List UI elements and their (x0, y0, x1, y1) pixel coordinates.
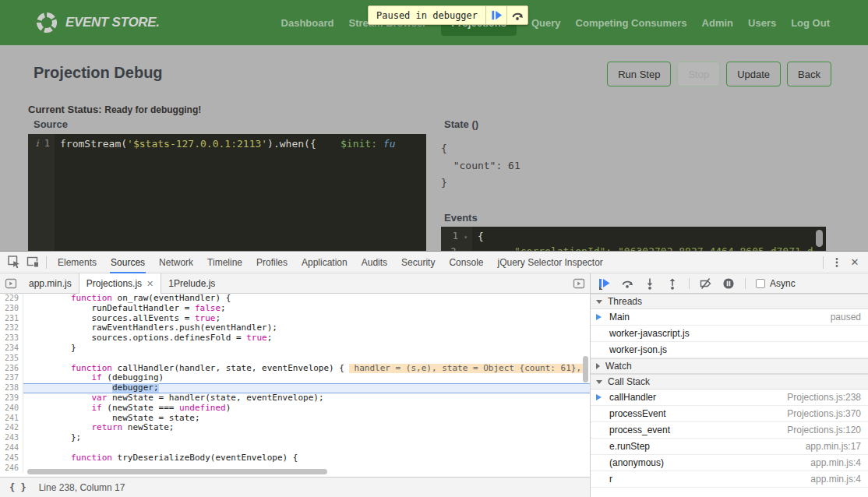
editor-statusbar: { } Line 238, Column 17 (0, 477, 590, 497)
code-line: 238 debugger; (0, 383, 590, 393)
banner-step-over-button[interactable] (506, 6, 528, 24)
line-number-gutter[interactable]: 240 (0, 404, 23, 414)
frame-location: app.min.js:4 (803, 457, 861, 468)
threads-section-header[interactable]: Threads (591, 294, 868, 309)
devtools-tab-audits[interactable]: Audits (357, 252, 392, 273)
line-number-gutter[interactable]: 231 (0, 314, 23, 324)
horizontal-scrollbar[interactable] (27, 469, 327, 474)
device-toolbar-icon[interactable] (23, 255, 42, 270)
page-action-buttons: Run StepStopUpdateBack (607, 62, 831, 86)
brand-logo[interactable]: EVENT STORE. (35, 11, 160, 34)
code-lines: 229 function on_raw(eventHandler) {230 r… (0, 294, 590, 473)
step-out-icon[interactable] (666, 277, 679, 290)
nav-item-log-out[interactable]: Log Out (791, 10, 830, 36)
events-editor[interactable]: 1 ▾ 2 { "correlationId": "06302702-8827-… (441, 227, 826, 251)
watch-section-header[interactable]: Watch (591, 358, 868, 374)
code-line: 237 if (debugging) (0, 373, 590, 383)
step-into-icon[interactable] (644, 277, 656, 290)
run-step-button[interactable]: Run Step (607, 62, 671, 86)
line-number-gutter[interactable]: 242 (0, 423, 23, 433)
nav-item-competing-consumers[interactable]: Competing Consumers (576, 10, 687, 36)
line-number-gutter[interactable]: 245 (0, 453, 23, 464)
update-button[interactable]: Update (726, 62, 781, 86)
devtools-tab-sources[interactable]: Sources (106, 252, 150, 273)
code-line-text: var newState = handler(state, eventEnvel… (23, 393, 590, 404)
line-number-gutter[interactable]: 239 (0, 393, 23, 404)
code-line-text: if (debugging) (23, 373, 590, 383)
kebab-menu-icon[interactable] (827, 255, 846, 270)
pretty-print-icon[interactable]: { } (9, 482, 26, 493)
devtools-tab-security[interactable]: Security (397, 252, 439, 273)
line-number-gutter[interactable]: 229 (0, 294, 23, 304)
show-navigator-icon[interactable] (0, 273, 22, 293)
thread-row-worker-javascript-js[interactable]: worker-javascript.js (591, 326, 868, 342)
source-editor[interactable]: i 1 fromStream('$stats-127.0.0.1:2113').… (28, 134, 426, 251)
stack-frame-process-event[interactable]: process_eventProjections.js:120 (591, 422, 868, 439)
stack-frame-callhandler[interactable]: callHandlerProjections.js:238 (591, 389, 868, 406)
line-number-gutter[interactable]: 232 (0, 323, 23, 333)
show-debugger-icon[interactable] (568, 273, 590, 293)
stack-frame-processevent[interactable]: processEventProjections.js:370 (591, 406, 868, 422)
thread-row-main[interactable]: Mainpaused (591, 309, 868, 326)
resume-script-icon[interactable] (598, 277, 611, 290)
state-label: State () (444, 118, 478, 130)
stack-frame-e-runstep[interactable]: e.runStepapp.min.js:17 (591, 439, 868, 455)
inspect-element-icon[interactable] (5, 255, 23, 270)
pause-on-exceptions-icon[interactable] (722, 277, 735, 290)
toolbar-separator (823, 256, 824, 269)
close-devtools-icon[interactable]: ✕ (846, 256, 863, 268)
code-line: 229 function on_raw(eventHandler) { (0, 294, 590, 304)
call-stack-section-header[interactable]: Call Stack (591, 374, 868, 389)
frame-function: callHandler (609, 392, 656, 403)
frame-location: app.min.js:17 (798, 441, 861, 452)
devtools-tab-console[interactable]: Console (444, 252, 488, 273)
frame-function: (anonymous) (609, 457, 664, 468)
thread-row-worker-json-js[interactable]: worker-json.js (591, 342, 868, 358)
file-tab-app-min-js[interactable]: app.min.js (22, 273, 79, 293)
stack-frame-r[interactable]: rapp.min.js:4 (591, 471, 868, 488)
line-number-gutter[interactable]: 238 (0, 383, 23, 393)
line-number-gutter[interactable]: 236 (0, 364, 23, 374)
nav-item-query[interactable]: Query (531, 10, 561, 36)
chevron-right-icon (596, 363, 600, 369)
line-number-gutter[interactable]: 233 (0, 333, 23, 344)
back-button[interactable]: Back (787, 62, 831, 86)
nav-item-users[interactable]: Users (748, 10, 776, 36)
brand-text: EVENT STORE. (65, 15, 160, 30)
call-stack-list: callHandlerProjections.js:238processEven… (591, 389, 868, 488)
vertical-scrollbar[interactable] (583, 356, 588, 382)
code-line: 235 (0, 354, 590, 364)
nav-item-admin[interactable]: Admin (702, 10, 733, 36)
nav-item-dashboard[interactable]: Dashboard (281, 10, 334, 36)
events-scrollbar[interactable] (816, 230, 823, 247)
code-editor[interactable]: 229 function on_raw(eventHandler) {230 r… (0, 294, 590, 477)
frame-location: Projections.js:120 (779, 425, 861, 435)
frame-function: r (609, 474, 612, 485)
banner-resume-button[interactable] (485, 6, 506, 24)
line-number-gutter[interactable]: 234 (0, 344, 23, 354)
async-toggle[interactable]: Async (756, 278, 796, 289)
line-number-gutter[interactable]: 244 (0, 443, 23, 453)
devtools-tab-network[interactable]: Network (154, 252, 198, 273)
deactivate-breakpoints-icon[interactable] (700, 277, 712, 290)
stack-frame-anonymous[interactable]: (anonymous)app.min.js:4 (591, 455, 868, 471)
line-number-gutter[interactable]: 237 (0, 373, 23, 383)
line-number-gutter[interactable]: 243 (0, 433, 23, 443)
devtools-tab-application[interactable]: Application (297, 252, 352, 273)
devtools-tab-jquery-selector-inspector[interactable]: jQuery Selector Inspector (492, 252, 607, 273)
line-number-gutter[interactable]: 246 (0, 464, 23, 474)
file-tab-label: app.min.js (29, 278, 72, 289)
line-number-gutter[interactable]: 230 (0, 304, 23, 314)
events-gutter: 1 ▾ 2 (441, 227, 472, 251)
file-tab-projections-js[interactable]: Projections.js✕ (79, 273, 162, 294)
close-tab-icon[interactable]: ✕ (146, 279, 153, 289)
nav-items: DashboardStream BrowserProjectionsQueryC… (266, 10, 830, 36)
devtools-tab-profiles[interactable]: Profiles (252, 252, 292, 273)
devtools-tab-elements[interactable]: Elements (53, 252, 101, 273)
devtools-tab-timeline[interactable]: Timeline (203, 252, 247, 273)
line-number-gutter[interactable]: 235 (0, 354, 23, 364)
file-tab-1prelude-js[interactable]: 1Prelude.js (161, 273, 222, 293)
step-over-icon[interactable] (621, 277, 633, 290)
async-checkbox[interactable] (756, 279, 765, 288)
line-number-gutter[interactable]: 241 (0, 414, 23, 424)
